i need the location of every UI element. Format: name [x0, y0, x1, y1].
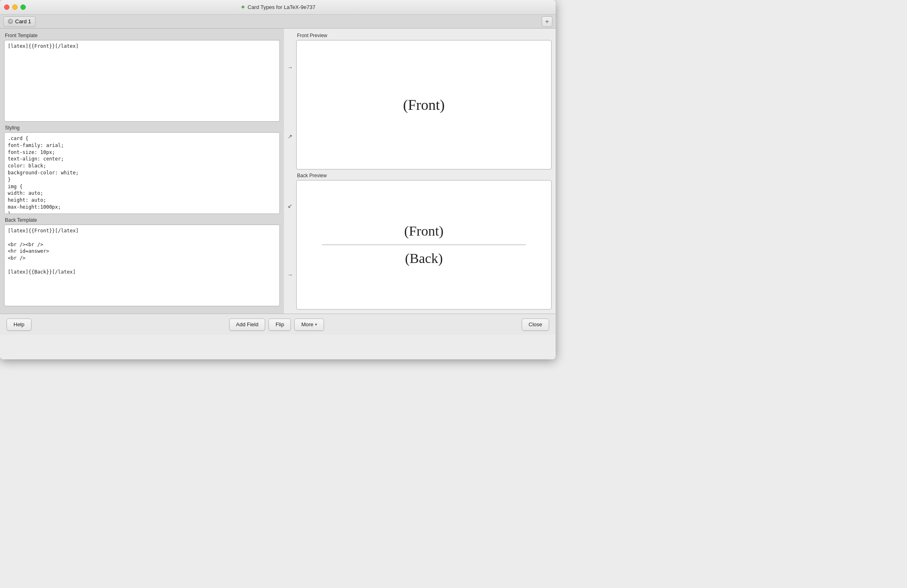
back-preview-content: (Front) (Back): [297, 217, 551, 273]
tab-card1[interactable]: ✕ Card 1: [3, 16, 36, 27]
right-panel: Front Preview (Front) Back Preview (Fron…: [296, 29, 556, 314]
front-template-section: Front Template: [4, 33, 280, 122]
front-preview-label: Front Preview: [296, 33, 552, 38]
close-window-button[interactable]: [4, 4, 9, 10]
more-button[interactable]: More ▾: [294, 318, 324, 331]
app-icon: ✦: [240, 3, 246, 11]
front-template-editor[interactable]: [4, 40, 280, 122]
tab-close-icon[interactable]: ✕: [8, 19, 13, 24]
tab-card1-label: Card 1: [15, 18, 31, 24]
styling-expand-icon[interactable]: ↗: [288, 133, 293, 140]
front-preview-card: (Front): [296, 40, 552, 169]
minimize-window-button[interactable]: [12, 4, 18, 10]
front-template-label: Front Template: [4, 33, 280, 38]
add-tab-button[interactable]: +: [542, 16, 552, 27]
more-label: More: [301, 321, 313, 327]
back-preview-card: (Front) (Back): [296, 180, 552, 310]
add-field-button[interactable]: Add Field: [229, 318, 266, 331]
more-dropdown-arrow: ▾: [315, 322, 317, 327]
back-arrow-icon[interactable]: →: [287, 272, 293, 278]
add-tab-icon: +: [545, 18, 549, 25]
main-content: Front Template Styling Back Template → ↗…: [0, 29, 556, 314]
arrow-column: → ↗ ↙ →: [284, 29, 296, 314]
add-field-label: Add Field: [236, 321, 259, 327]
bottom-toolbar: Help Add Field Flip More ▾ Close: [0, 314, 556, 335]
close-label: Close: [529, 321, 542, 327]
bottom-right-buttons: Close: [522, 318, 549, 331]
front-preview-section: Front Preview (Front): [296, 33, 552, 169]
styling-label: Styling: [4, 125, 280, 131]
back-preview-divider: [322, 245, 525, 245]
window-title: Card Types for LaTeX-9e737: [248, 4, 315, 10]
back-template-label: Back Template: [4, 217, 280, 223]
titlebar: ✦ Card Types for LaTeX-9e737: [0, 0, 556, 15]
styling-shrink-icon[interactable]: ↙: [288, 203, 293, 209]
back-preview-section: Back Preview (Front) (Back): [296, 173, 552, 310]
bottom-left-buttons: Help: [7, 318, 31, 331]
styling-editor[interactable]: [4, 132, 280, 214]
back-preview-back-text: (Back): [405, 247, 443, 273]
styling-section: Styling: [4, 125, 280, 214]
left-panel: Front Template Styling Back Template: [0, 29, 284, 314]
tabbar: ✕ Card 1 +: [0, 15, 556, 29]
front-preview-text: (Front): [403, 96, 445, 114]
back-template-editor[interactable]: [4, 225, 280, 306]
front-arrow-icon[interactable]: →: [287, 64, 293, 71]
window-controls[interactable]: [4, 4, 26, 10]
back-preview-front-text: (Front): [404, 217, 443, 243]
window-title-area: ✦ Card Types for LaTeX-9e737: [240, 3, 315, 11]
help-button[interactable]: Help: [7, 318, 31, 331]
close-button[interactable]: Close: [522, 318, 549, 331]
flip-label: Flip: [275, 321, 284, 327]
back-preview-label: Back Preview: [296, 173, 552, 178]
bottom-center-buttons: Add Field Flip More ▾: [229, 318, 324, 331]
help-button-label: Help: [13, 321, 25, 327]
flip-button[interactable]: Flip: [268, 318, 291, 331]
back-template-section: Back Template: [4, 217, 280, 306]
maximize-window-button[interactable]: [20, 4, 26, 10]
